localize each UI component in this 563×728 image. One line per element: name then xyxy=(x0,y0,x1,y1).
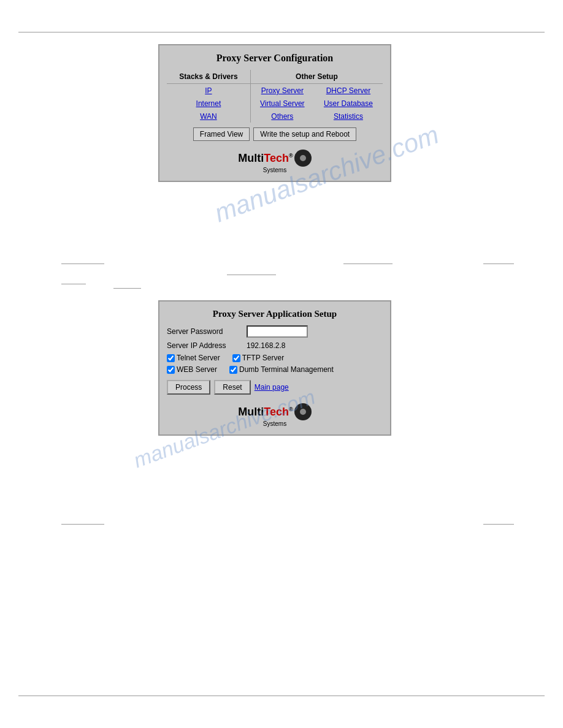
col2-header: Other Setup xyxy=(250,70,383,84)
dumb-terminal-item: Dumb Terminal Management xyxy=(229,365,334,374)
proxy-server-link[interactable]: Proxy Server xyxy=(261,86,304,95)
deco-line-7 xyxy=(61,524,104,525)
deco-line-2 xyxy=(343,264,393,264)
telnet-server-item: Telnet Server xyxy=(167,354,220,362)
panel2-logo-systems: Systems xyxy=(167,420,383,427)
logo-container: Multi Tech® xyxy=(238,150,311,167)
checkbox-group-2: WEB Server Dumb Terminal Management xyxy=(167,365,383,374)
virtual-server-link[interactable]: Virtual Server xyxy=(260,99,304,108)
user-database-link[interactable]: User Database xyxy=(324,99,373,108)
deco-line-5 xyxy=(227,275,276,275)
tftp-server-checkbox[interactable] xyxy=(232,354,240,362)
process-button[interactable]: Process xyxy=(167,380,210,395)
deco-line-6 xyxy=(113,288,141,289)
proxy-config-panel: Proxy Server Configuration Stacks & Driv… xyxy=(158,44,391,182)
server-ip-label: Server IP Address xyxy=(167,341,247,350)
wan-link[interactable]: WAN xyxy=(200,112,217,121)
panel2-title: Proxy Server Application Setup xyxy=(167,309,383,319)
telnet-server-checkbox[interactable] xyxy=(167,354,175,362)
logo-multi: Multi xyxy=(238,152,264,165)
internet-link[interactable]: Internet xyxy=(196,99,221,108)
server-ip-value: 192.168.2.8 xyxy=(247,341,285,350)
write-setup-button[interactable]: Write the setup and Reboot xyxy=(253,127,356,141)
web-server-label: WEB Server xyxy=(177,365,217,374)
bottom-rule xyxy=(18,696,545,696)
web-server-checkbox[interactable] xyxy=(167,366,175,374)
framed-view-button[interactable]: Framed View xyxy=(193,127,250,141)
panel2-logo-circle xyxy=(294,403,312,420)
dhcp-server-link[interactable]: DHCP Server xyxy=(326,86,370,95)
panel2-logo-circle-inner xyxy=(300,409,306,415)
top-rule xyxy=(18,32,545,32)
col1-header: Stacks & Drivers xyxy=(167,70,250,84)
dumb-terminal-checkbox[interactable] xyxy=(229,366,237,374)
server-ip-row: Server IP Address 192.168.2.8 xyxy=(167,341,383,350)
panel2-footer: Process Reset Main page xyxy=(167,380,383,395)
web-server-item: WEB Server xyxy=(167,365,217,374)
ip-link[interactable]: IP xyxy=(205,86,212,95)
server-password-label: Server Password xyxy=(167,327,247,336)
panel2-logo-container: Multi Tech® xyxy=(238,403,311,420)
reset-button[interactable]: Reset xyxy=(214,380,250,395)
deco-line-3 xyxy=(483,264,514,264)
server-password-input[interactable] xyxy=(247,325,308,338)
logo-circle xyxy=(294,150,312,167)
deco-line-1 xyxy=(61,264,104,264)
panel1-logo: Multi Tech® Systems xyxy=(167,150,383,173)
telnet-server-label: Telnet Server xyxy=(177,354,220,362)
deco-line-8 xyxy=(483,524,514,525)
table-row: WAN Others Statistics xyxy=(167,110,383,123)
proxy-app-setup-panel: Proxy Server Application Setup Server Pa… xyxy=(158,300,391,436)
deco-line-4 xyxy=(61,284,86,284)
table-row: Internet Virtual Server User Database xyxy=(167,97,383,110)
logo-circle-inner xyxy=(300,155,306,161)
panel1-footer: Framed View Write the setup and Reboot xyxy=(167,127,383,141)
panel2-logo-tech: Tech® xyxy=(264,406,293,419)
tftp-server-item: TFTP Server xyxy=(232,354,284,362)
server-password-row: Server Password xyxy=(167,325,383,338)
panel2-logo: Multi Tech® Systems xyxy=(167,403,383,427)
dumb-terminal-label: Dumb Terminal Management xyxy=(239,365,334,374)
main-page-link[interactable]: Main page xyxy=(255,383,289,392)
panel2-logo-multi: Multi xyxy=(238,406,264,419)
tftp-server-label: TFTP Server xyxy=(242,354,284,362)
others-link[interactable]: Others xyxy=(271,112,293,121)
table-row: IP Proxy Server DHCP Server xyxy=(167,84,383,97)
checkbox-group-1: Telnet Server TFTP Server xyxy=(167,354,383,362)
panel1-title: Proxy Server Configuration xyxy=(167,53,383,64)
panel1-nav-table: Stacks & Drivers Other Setup IP Proxy Se… xyxy=(167,70,383,123)
statistics-link[interactable]: Statistics xyxy=(334,112,363,121)
logo-tech: Tech® xyxy=(264,152,293,165)
logo-systems: Systems xyxy=(167,167,383,173)
